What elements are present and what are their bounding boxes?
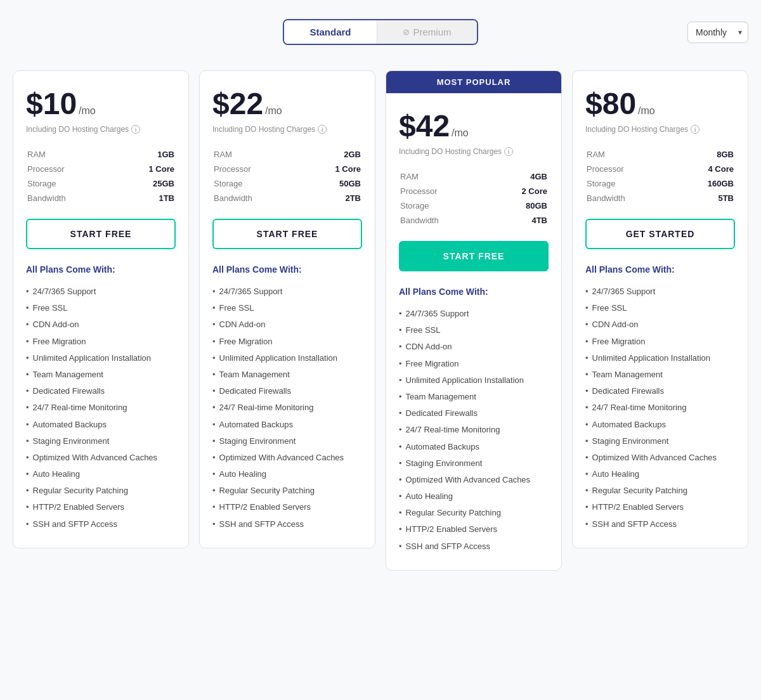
spec-value: 1GB: [116, 148, 174, 161]
plan-card-inner: $10 /mo Including DO Hosting Charges i R…: [13, 71, 188, 548]
feature-item: Dedicated Firewalls: [585, 383, 735, 399]
spec-label: Storage: [587, 177, 673, 190]
spec-label: Processor: [27, 162, 115, 176]
spec-value: 2GB: [302, 148, 361, 161]
feature-item: Free SSL: [399, 322, 549, 339]
plan-type-tabs: Standard ⊘ Premium: [283, 19, 478, 45]
hosting-note: Including DO Hosting Charges i: [585, 125, 735, 134]
feature-item: Optimized With Advanced Caches: [585, 450, 735, 466]
feature-item: Automated Backups: [585, 417, 735, 433]
feature-item: 24/7 Real-time Monitoring: [585, 399, 735, 416]
spec-value: 50GB: [302, 177, 361, 190]
spec-value: 1TB: [116, 191, 174, 205]
feature-item: Team Management: [585, 366, 735, 383]
feature-item: HTTP/2 Enabled Servers: [212, 499, 362, 515]
spec-label: Processor: [400, 185, 488, 198]
plan-cta-button[interactable]: START FREE: [399, 241, 549, 271]
spec-row: Bandwidth 1TB: [27, 191, 174, 205]
info-icon[interactable]: i: [318, 125, 327, 134]
features-heading: All Plans Come With:: [26, 264, 176, 275]
spec-label: RAM: [587, 148, 673, 161]
feature-item: Automated Backups: [26, 417, 176, 433]
feature-item: SSH and SFTP Access: [212, 516, 362, 533]
price-row: $22 /mo: [212, 86, 362, 121]
specs-table: RAM 8GB Processor 4 Core Storage 160GB B…: [585, 146, 735, 206]
plan-card-popular: MOST POPULAR $42 /mo Including DO Hostin…: [386, 70, 562, 571]
info-icon[interactable]: i: [504, 147, 513, 156]
feature-item: Dedicated Firewalls: [212, 383, 362, 399]
hosting-note: Including DO Hosting Charges i: [26, 125, 176, 134]
spec-value: 4GB: [489, 170, 547, 183]
spec-row: Processor 1 Core: [214, 162, 361, 176]
hosting-note: Including DO Hosting Charges i: [399, 147, 549, 156]
hosting-note: Including DO Hosting Charges i: [212, 125, 362, 134]
feature-item: Unlimited Application Installation: [585, 350, 735, 366]
price-amount: $80: [585, 86, 636, 121]
tab-standard[interactable]: Standard: [284, 20, 376, 44]
feature-item: HTTP/2 Enabled Servers: [399, 521, 549, 538]
top-controls: Standard ⊘ Premium Monthly Annually: [13, 19, 748, 45]
price-amount: $10: [26, 86, 77, 121]
plans-grid: $10 /mo Including DO Hosting Charges i R…: [13, 70, 748, 571]
spec-row: RAM 2GB: [214, 148, 361, 161]
plan-card-basic: $22 /mo Including DO Hosting Charges i R…: [199, 70, 375, 548]
plan-cta-button[interactable]: GET STARTED: [585, 219, 735, 249]
spec-value: 80GB: [489, 199, 547, 212]
spec-label: Storage: [27, 177, 115, 190]
lock-icon: ⊘: [403, 27, 410, 37]
feature-item: Free Migration: [399, 356, 549, 372]
feature-item: Team Management: [212, 366, 362, 383]
feature-item: 24/7/365 Support: [212, 283, 362, 300]
features-list: 24/7/365 Support Free SSL CDN Add-on Fre…: [212, 283, 362, 533]
spec-row: Storage 50GB: [214, 177, 361, 190]
feature-item: Automated Backups: [399, 439, 549, 455]
feature-item: Optimized With Advanced Caches: [212, 450, 362, 466]
info-icon[interactable]: i: [131, 125, 140, 134]
feature-item: CDN Add-on: [26, 316, 176, 333]
feature-item: SSH and SFTP Access: [585, 516, 735, 533]
plan-card-inner: $42 /mo Including DO Hosting Charges i R…: [386, 93, 561, 570]
plan-card-inner: $80 /mo Including DO Hosting Charges i R…: [573, 71, 748, 548]
spec-label: Processor: [214, 162, 301, 176]
feature-item: Regular Security Patching: [399, 505, 549, 521]
spec-value: 2 Core: [489, 185, 547, 198]
spec-label: RAM: [214, 148, 301, 161]
feature-item: Auto Healing: [399, 488, 549, 505]
plan-card-enterprise: $80 /mo Including DO Hosting Charges i R…: [572, 70, 748, 548]
spec-row: RAM 1GB: [27, 148, 174, 161]
price-amount: $42: [399, 108, 450, 143]
specs-table: RAM 4GB Processor 2 Core Storage 80GB Ba…: [399, 169, 549, 228]
feature-item: SSH and SFTP Access: [399, 538, 549, 555]
feature-item: Free SSL: [585, 300, 735, 316]
price-row: $10 /mo: [26, 86, 176, 121]
feature-item: Regular Security Patching: [212, 483, 362, 499]
feature-item: CDN Add-on: [585, 316, 735, 333]
feature-item: Regular Security Patching: [585, 483, 735, 499]
feature-item: Optimized With Advanced Caches: [399, 472, 549, 488]
plan-cta-button[interactable]: START FREE: [212, 219, 362, 249]
spec-label: Bandwidth: [400, 214, 488, 227]
billing-select[interactable]: Monthly Annually: [687, 22, 748, 43]
spec-label: Storage: [400, 199, 488, 212]
spec-value: 2TB: [302, 191, 361, 205]
feature-item: 24/7 Real-time Monitoring: [212, 399, 362, 416]
specs-table: RAM 2GB Processor 1 Core Storage 50GB Ba…: [212, 146, 362, 206]
features-list: 24/7/365 Support Free SSL CDN Add-on Fre…: [399, 306, 549, 555]
spec-value: 4 Core: [675, 162, 734, 176]
feature-item: Unlimited Application Installation: [399, 372, 549, 389]
feature-item: HTTP/2 Enabled Servers: [26, 499, 176, 515]
feature-item: Auto Healing: [212, 466, 362, 483]
plan-card-inner: $22 /mo Including DO Hosting Charges i R…: [200, 71, 375, 548]
info-icon[interactable]: i: [691, 125, 699, 134]
spec-row: Storage 80GB: [400, 199, 547, 212]
plan-cta-button[interactable]: START FREE: [26, 219, 176, 249]
feature-item: 24/7/365 Support: [585, 283, 735, 300]
tab-premium[interactable]: ⊘ Premium: [377, 20, 477, 44]
feature-item: Staging Environment: [399, 455, 549, 472]
feature-item: Free Migration: [212, 334, 362, 350]
feature-item: HTTP/2 Enabled Servers: [585, 499, 735, 515]
spec-row: Storage 160GB: [587, 177, 734, 190]
billing-select-wrap: Monthly Annually: [687, 22, 748, 43]
feature-item: Automated Backups: [212, 417, 362, 433]
spec-label: Storage: [214, 177, 301, 190]
